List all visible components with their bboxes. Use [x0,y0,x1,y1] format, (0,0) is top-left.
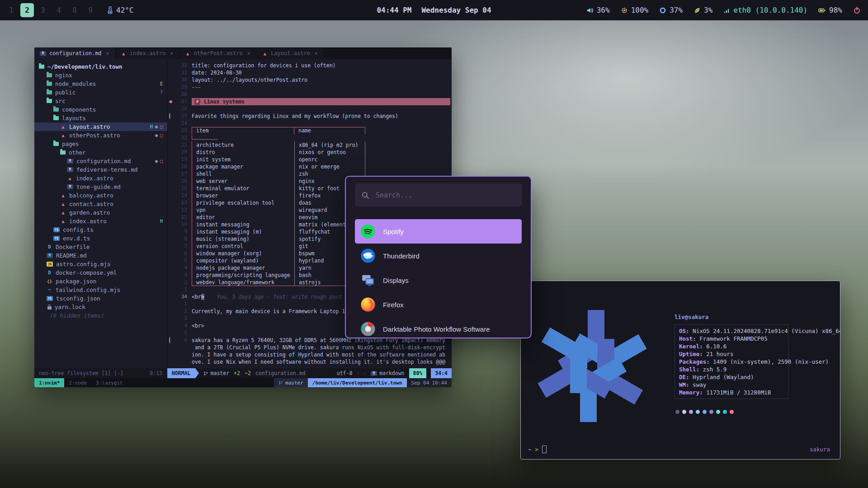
tree-item[interactable]: TStsconfig.json [34,294,167,303]
sign-column [168,105,174,113]
launcher-item-label: Spotify [383,228,404,235]
tmux-window-2:node[interactable]: 2:node [64,378,91,387]
sign-column [168,293,174,300]
tree-item[interactable]: DDockerfile [34,243,167,251]
tree-item[interactable]: Mtone-guide.md [34,183,167,191]
tree-item[interactable]: public? [34,88,167,97]
brightness-module[interactable]: 100% [621,6,649,14]
tab-configuration.md[interactable]: Mconfiguration.md× [34,47,115,59]
table-cell-item: nodejs package manager [192,264,294,272]
sign-column [168,178,174,185]
tab-otherPost.astro[interactable]: ▲otherPost.astro× [179,47,257,59]
tree-item[interactable]: yarn.lock [34,303,167,311]
tab-label: configuration.md [49,50,102,56]
sign-column [168,170,174,178]
top-bar-right: 36% 100% 37% 3% eth0 (10.0.0.140) 98% [586,6,868,14]
launcher-item-Spotify[interactable]: Spotify [355,219,522,244]
launcher-search[interactable] [355,183,522,206]
sign-column [168,192,174,199]
volume-module[interactable]: 36% [586,6,610,14]
line-number: 15 [174,185,192,192]
astro-icon: ▲ [121,51,127,56]
launcher-item-Displays[interactable]: Displays [355,268,522,292]
tab-close-icon[interactable]: × [247,50,250,56]
network-module[interactable]: eth0 (10.0.0.140) [723,6,807,14]
status-badge: H [150,124,153,129]
workspace-3[interactable]: 3 [36,3,50,17]
shell-prompt[interactable]: ~ > [528,446,547,453]
launcher-item-Thunderbird[interactable]: Thunderbird [355,244,522,268]
tree-item[interactable]: src [34,97,167,105]
status-badge: □ [160,124,163,129]
tree-item-badges: ? [160,90,163,95]
tree-item[interactable]: ▲contact.astro [34,200,167,208]
disk-module[interactable]: 37% [659,6,683,14]
workspace-4[interactable]: 4 [52,3,66,17]
line-text: architecturex86_64 (rip m2 pro) [192,141,452,149]
tree-item[interactable]: nginx [34,71,167,80]
buffer-line: 24 [168,120,452,127]
tmux-window-3:lazygit[interactable]: 3:lazygit [91,378,127,387]
tree-item[interactable]: Mconfiguration.md●□ [34,157,167,165]
tab-Layout.astro[interactable]: ▲Layout.astro× [256,47,324,59]
sign-column [168,185,174,192]
tree-item[interactable]: ▲Layout.astroH●□ [34,122,167,131]
tree-item[interactable]: {}package.json [34,277,167,286]
buffer-line: 32title: configuration for devices i use… [168,62,452,69]
launcher-item-Firefox[interactable]: Firefox [355,292,522,317]
tree-item[interactable]: TSconfig.ts [34,225,167,234]
launcher-item-Darktable Photo Workflow Software[interactable]: Darktable Photo Workflow Software [355,317,522,338]
line-number: 27 [174,98,192,105]
astro-icon: ▲ [262,51,268,56]
tree-item-label: yarn.lock [55,304,85,310]
sign-column [168,76,174,84]
tree-item[interactable]: Ddocker-compose.yml [34,268,167,277]
tree-item-label: contact.astro [69,201,113,207]
tree-item[interactable]: pages [34,140,167,148]
battery-module[interactable]: 98% [818,6,842,14]
sign-column [168,264,174,272]
tree-item[interactable]: JSastro.config.mjs [34,260,167,268]
tree-item[interactable]: ~tailwind.config.mjs [34,286,167,294]
tab-index.astro[interactable]: ▲index.astro× [115,47,179,59]
tree-item[interactable]: (6 hidden items) [34,311,167,320]
tree-item[interactable]: components [34,105,167,114]
tree-item[interactable]: ▲otherPost.astro●□ [34,131,167,140]
tab-close-icon[interactable]: × [315,50,318,56]
file-tree[interactable]: ~/Development/liv.town nginxnode_modules… [34,59,168,368]
workspace-1[interactable]: 1 [5,3,18,17]
tmux-statusbar: 1:nvim*2:node3:lazygit master /home/liv/… [34,378,452,387]
table-cell-item: terminal emulator [192,185,294,192]
line-number [174,358,192,366]
workspace-9[interactable]: 9 [84,3,97,17]
tree-item[interactable]: layouts [34,114,167,122]
tree-item[interactable]: ▲garden.astro [34,208,167,217]
status-badge: ● [155,159,158,164]
workspace-8[interactable]: 8 [68,3,81,17]
power-button[interactable] [853,6,861,14]
search-input[interactable] [375,191,515,200]
tab-close-icon[interactable]: × [106,50,109,56]
sign-column [168,149,174,156]
tmux-window-1:nvim*[interactable]: 1:nvim* [34,378,64,387]
file-tree-root[interactable]: ~/Development/liv.town [34,62,167,71]
buffer-line: 28 [168,91,452,98]
tree-item[interactable]: TSenv.d.ts [34,234,167,243]
fetch-info-line: OS: NixOS 24.11.20240828.71e91c4 (Vicuna… [679,327,788,335]
sign-column [168,308,174,315]
tab-close-icon[interactable]: × [170,50,173,56]
thermometer-icon [106,6,113,14]
cpu-module[interactable]: 3% [693,6,712,14]
tree-item[interactable]: MREADME.md [34,251,167,260]
file-encoding: utf-8 [337,370,353,376]
nixos-logo [531,305,654,427]
tree-item[interactable]: node_modulesE [34,80,167,88]
tree-item[interactable]: ▲index.astroH [34,217,167,225]
tree-item[interactable]: other [34,148,167,157]
tree-item[interactable]: Mfediverse-terms.md [34,165,167,174]
workspace-2[interactable]: 2 [20,3,34,17]
heading-text: Linux systems [204,98,245,105]
status-badge: □ [160,159,163,164]
tree-item[interactable]: ▲index.astro [34,174,167,183]
tree-item[interactable]: ▲balcony.astro [34,191,167,200]
